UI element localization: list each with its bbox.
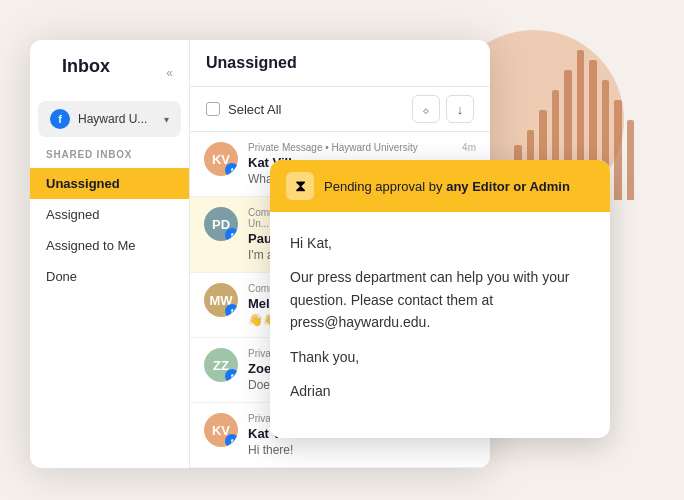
facebook-icon: f — [50, 109, 70, 129]
sidebar-title: Inbox — [46, 56, 126, 89]
msg-time: 4m — [462, 142, 476, 153]
chevron-down-icon: ▾ — [164, 114, 169, 125]
inbox-header: Unassigned — [190, 40, 490, 87]
select-all-checkbox[interactable] — [206, 102, 220, 116]
account-name: Hayward U... — [78, 112, 156, 126]
approval-banner: ⧗ Pending approval by any Editor or Admi… — [270, 160, 610, 212]
approval-text: Pending approval by any Editor or Admin — [324, 179, 570, 194]
approval-card: ⧗ Pending approval by any Editor or Admi… — [270, 160, 610, 438]
signature: Adrian — [290, 380, 590, 402]
select-tools: ⬦ ↓ — [412, 95, 474, 123]
msg-type: Private Message • Hayward University — [248, 142, 418, 153]
msg-preview: Hi there! — [248, 443, 476, 457]
sidebar-item-unassigned[interactable]: Unassigned — [30, 168, 189, 199]
filter-button[interactable]: ⬦ — [412, 95, 440, 123]
sort-icon: ↓ — [457, 102, 464, 117]
sidebar-item-done[interactable]: Done — [30, 261, 189, 292]
msg-top-row: Private Message • Hayward University 4m — [248, 142, 476, 155]
avatar: MW f — [204, 283, 238, 317]
platform-badge: f — [225, 304, 238, 317]
select-all-row: Select All ⬦ ↓ — [190, 87, 490, 132]
sidebar-item-assigned-to-me[interactable]: Assigned to Me — [30, 230, 189, 261]
approval-role: any Editor or Admin — [446, 179, 570, 194]
approval-body: Hi Kat, Our press department can help yo… — [270, 212, 610, 438]
avatar: KV f — [204, 142, 238, 176]
bar-10 — [627, 120, 635, 200]
greeting: Hi Kat, — [290, 232, 590, 254]
sidebar: Inbox « f Hayward U... ▾ SHARED INBOX Un… — [30, 40, 190, 468]
filter-icon: ⬦ — [422, 102, 430, 117]
hourglass-icon: ⧗ — [286, 172, 314, 200]
sidebar-item-assigned[interactable]: Assigned — [30, 199, 189, 230]
inbox-title: Unassigned — [206, 54, 297, 72]
hourglass-glyph: ⧗ — [295, 177, 306, 195]
sort-button[interactable]: ↓ — [446, 95, 474, 123]
platform-badge: f — [225, 434, 238, 447]
collapse-icon[interactable]: « — [166, 66, 173, 80]
avatar: KV f — [204, 413, 238, 447]
account-selector[interactable]: f Hayward U... ▾ — [38, 101, 181, 137]
sign-off: Thank you, — [290, 346, 590, 368]
pending-label: Pending approval by — [324, 179, 446, 194]
msg-meta: Private Message • Hayward University — [248, 142, 418, 153]
avatar: PD f — [204, 207, 238, 241]
platform-badge: f — [225, 163, 238, 176]
platform-badge: f — [225, 228, 238, 241]
section-label: SHARED INBOX — [30, 149, 189, 168]
body-text: Our press department can help you with y… — [290, 266, 590, 333]
bar-9 — [614, 100, 622, 200]
select-all-label: Select All — [228, 102, 281, 117]
platform-badge: f — [225, 369, 238, 382]
avatar: ZZ f — [204, 348, 238, 382]
